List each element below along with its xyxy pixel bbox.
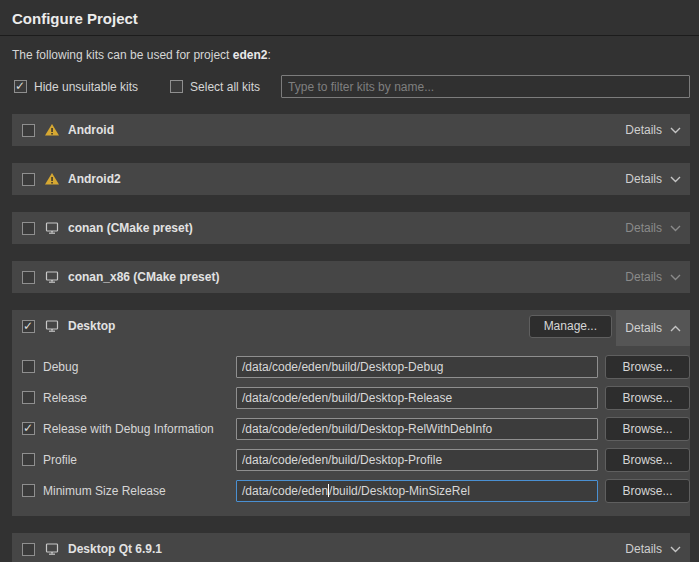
kit-name: conan_x86 (CMake preset) bbox=[68, 270, 219, 284]
config-minsizerel-checkbox[interactable] bbox=[22, 484, 35, 497]
hide-unsuitable-kits-checkbox[interactable] bbox=[14, 80, 27, 93]
kit-android-checkbox[interactable] bbox=[22, 124, 35, 137]
config-row-release: Release Browse... bbox=[12, 382, 690, 413]
config-debug-browse-button[interactable]: Browse... bbox=[605, 355, 690, 379]
config-release-path-input[interactable] bbox=[236, 387, 598, 409]
config-debug-checkbox[interactable] bbox=[22, 360, 35, 373]
kits-description-text: The following kits can be used for proje… bbox=[12, 48, 233, 62]
page-title: Configure Project bbox=[0, 0, 699, 35]
kit-name: Android bbox=[68, 123, 114, 137]
config-label: Debug bbox=[43, 360, 236, 374]
kit-android-details-toggle[interactable]: Details bbox=[616, 114, 690, 146]
kit-desktop-qt-checkbox[interactable] bbox=[22, 543, 35, 556]
config-row-minsizerel: Minimum Size Release /data/code/eden/bui… bbox=[12, 475, 690, 506]
kit-desktop-details-toggle[interactable]: Details bbox=[616, 310, 690, 346]
kit-name: Desktop Qt 6.9.1 bbox=[68, 542, 162, 556]
config-label: Profile bbox=[43, 453, 236, 467]
kit-name: conan (CMake preset) bbox=[68, 221, 193, 235]
kit-filter-input[interactable] bbox=[281, 75, 690, 98]
config-debug-path-input[interactable] bbox=[236, 356, 598, 378]
config-minsizerel-path-input[interactable]: /data/code/eden/build/Desktop-MinSizeRel bbox=[236, 480, 598, 502]
select-all-kits-checkbox[interactable] bbox=[170, 80, 183, 93]
kit-conan-checkbox[interactable] bbox=[22, 222, 35, 235]
config-row-relwithdebinfo: Release with Debug Information Browse... bbox=[12, 413, 690, 444]
kit-row[interactable]: Android2 Details bbox=[12, 163, 690, 195]
chevron-down-icon bbox=[670, 546, 681, 553]
kit-row[interactable]: conan_x86 (CMake preset) Details bbox=[12, 261, 690, 293]
kit-list: Android Details Android2 Details bbox=[0, 98, 699, 562]
monitor-icon bbox=[44, 318, 60, 334]
monitor-icon bbox=[44, 269, 60, 285]
kit-android2: Android2 Details bbox=[12, 163, 690, 195]
kit-android: Android Details bbox=[12, 114, 690, 146]
chevron-down-icon bbox=[670, 127, 681, 134]
kit-conan-x86: conan_x86 (CMake preset) Details bbox=[12, 261, 690, 293]
config-row-debug: Debug Browse... bbox=[12, 351, 690, 382]
config-label: Release bbox=[43, 391, 236, 405]
config-label: Release with Debug Information bbox=[43, 422, 236, 436]
kit-row[interactable]: Desktop Qt 6.9.1 Details bbox=[12, 533, 690, 562]
kit-name: Android2 bbox=[68, 172, 121, 186]
warning-icon bbox=[44, 122, 60, 138]
details-label: Details bbox=[625, 542, 662, 556]
config-profile-browse-button[interactable]: Browse... bbox=[605, 448, 690, 472]
kit-desktop-qt-details-toggle[interactable]: Details bbox=[616, 533, 690, 562]
kit-row[interactable]: Desktop Manage... Details bbox=[12, 310, 690, 342]
config-minsizerel-browse-button[interactable]: Browse... bbox=[605, 479, 690, 503]
config-release-browse-button[interactable]: Browse... bbox=[605, 386, 690, 410]
config-profile-checkbox[interactable] bbox=[22, 453, 35, 466]
kit-row[interactable]: conan (CMake preset) Details bbox=[12, 212, 690, 244]
desktop-build-configs: Debug Browse... Release Browse... Releas… bbox=[12, 342, 690, 516]
chevron-up-icon bbox=[670, 325, 681, 332]
project-name: eden2 bbox=[233, 48, 268, 62]
kit-android2-checkbox[interactable] bbox=[22, 173, 35, 186]
kit-desktop-qt: Desktop Qt 6.9.1 Details bbox=[12, 533, 690, 562]
kits-description-colon: : bbox=[267, 48, 270, 62]
details-label: Details bbox=[625, 270, 662, 284]
config-release-checkbox[interactable] bbox=[22, 391, 35, 404]
kit-row[interactable]: Android Details bbox=[12, 114, 690, 146]
chevron-down-icon bbox=[670, 176, 681, 183]
kit-conan-x86-details-toggle[interactable]: Details bbox=[616, 261, 690, 293]
select-all-kits-label: Select all kits bbox=[190, 80, 260, 94]
path-text-after-cursor: /build/Desktop-MinSizeRel bbox=[329, 484, 470, 498]
chevron-down-icon bbox=[670, 225, 681, 232]
chevron-down-icon bbox=[670, 274, 681, 281]
kit-conan-details-toggle[interactable]: Details bbox=[616, 212, 690, 244]
kit-desktop: Desktop Manage... Details Debug Browse..… bbox=[12, 310, 690, 516]
details-label: Details bbox=[625, 172, 662, 186]
warning-icon bbox=[44, 171, 60, 187]
monitor-icon bbox=[44, 541, 60, 557]
path-text-before-cursor: /data/code/eden bbox=[242, 484, 328, 498]
config-relwithdebinfo-path-input[interactable] bbox=[236, 418, 598, 440]
details-label: Details bbox=[625, 221, 662, 235]
config-profile-path-input[interactable] bbox=[236, 449, 598, 471]
monitor-icon bbox=[44, 220, 60, 236]
details-label: Details bbox=[625, 123, 662, 137]
details-label: Details bbox=[625, 321, 662, 335]
kit-desktop-checkbox[interactable] bbox=[22, 320, 35, 333]
kit-android2-details-toggle[interactable]: Details bbox=[616, 163, 690, 195]
manage-kits-button[interactable]: Manage... bbox=[529, 315, 612, 338]
config-row-profile: Profile Browse... bbox=[12, 444, 690, 475]
config-relwithdebinfo-browse-button[interactable]: Browse... bbox=[605, 417, 690, 441]
hide-unsuitable-kits-label: Hide unsuitable kits bbox=[34, 80, 138, 94]
kits-description: The following kits can be used for proje… bbox=[0, 36, 699, 62]
kit-filter-bar: Hide unsuitable kits Select all kits bbox=[0, 62, 699, 98]
kit-conan: conan (CMake preset) Details bbox=[12, 212, 690, 244]
config-label: Minimum Size Release bbox=[43, 484, 236, 498]
config-relwithdebinfo-checkbox[interactable] bbox=[22, 422, 35, 435]
kit-name: Desktop bbox=[68, 319, 115, 333]
kit-conan-x86-checkbox[interactable] bbox=[22, 271, 35, 284]
